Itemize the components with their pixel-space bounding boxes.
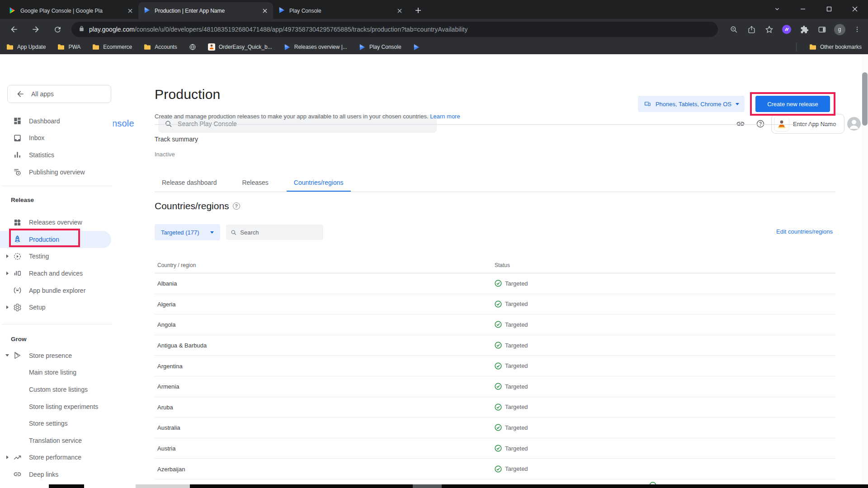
chevron-down-icon — [736, 103, 739, 105]
other-bookmarks-button[interactable]: Other bookmarks — [809, 40, 862, 54]
bookmark-globe[interactable] — [189, 43, 196, 51]
sidebar-item-store-listing-experiments[interactable]: Store listing experiments — [0, 398, 113, 415]
bookmark-ordereasy[interactable]: OrderEasy_Quick_b... — [208, 43, 272, 51]
url-domain: play.google.com — [89, 26, 135, 33]
back-button[interactable] — [6, 22, 22, 37]
tab-title: Play Console — [289, 8, 392, 14]
sidebar-item-store-performance[interactable]: Store performance — [0, 449, 113, 466]
all-apps-button[interactable]: All apps — [7, 85, 111, 103]
rocket-icon — [13, 235, 22, 244]
sidebar-item-releases-overview[interactable]: Releases overview — [0, 214, 113, 231]
status-label: Targeted — [505, 300, 528, 307]
lock-icon[interactable] — [79, 25, 85, 34]
bookmark-ecommerce[interactable]: Ecommerce — [92, 44, 132, 50]
tab-close-icon[interactable] — [261, 7, 269, 14]
sidebar-item-inbox[interactable]: Inbox — [0, 130, 113, 147]
expand-chevron-icon[interactable] — [6, 455, 9, 459]
forward-button[interactable] — [28, 22, 43, 37]
bookmark-label: OrderEasy_Quick_b... — [219, 44, 272, 50]
gear-icon — [13, 303, 22, 312]
browser-menu-kebab-icon[interactable] — [849, 21, 865, 38]
tab-countries-regions[interactable]: Countries/regions — [287, 174, 351, 192]
bookmark-pwa[interactable]: PWA — [57, 44, 80, 50]
bookmark-play-console-2[interactable] — [413, 44, 420, 51]
maximize-button[interactable] — [816, 0, 842, 18]
profile-avatar[interactable]: g — [831, 21, 848, 38]
sidebar-item-store-settings[interactable]: Store settings — [0, 415, 113, 432]
publishing-overview-icon — [13, 168, 22, 177]
expand-chevron-icon[interactable] — [6, 272, 9, 275]
targeted-check-icon — [495, 342, 502, 349]
zoom-out-icon[interactable] — [726, 21, 742, 38]
bookmark-play-console[interactable]: Play Console — [359, 44, 401, 51]
bookmark-releases-overview[interactable]: Releases overview |... — [284, 44, 347, 51]
sidebar-item-translation-service[interactable]: Translation service — [0, 432, 113, 449]
table-row: Aruba Targeted — [155, 397, 835, 418]
all-apps-label: All apps — [31, 90, 54, 98]
sidebar-section-release: Release — [0, 194, 113, 205]
targeted-check-icon — [495, 404, 502, 411]
browser-tab-1[interactable]: Google Play Console | Google Pla — [4, 3, 138, 19]
sidebar-item-dashboard[interactable]: Dashboard — [0, 113, 113, 130]
url-text: play.google.com/console/u/0/developers/4… — [89, 26, 467, 33]
bookmark-star-icon[interactable] — [761, 21, 777, 38]
bookmark-app-update[interactable]: App Update — [6, 44, 46, 50]
sidebar-item-app-bundle-explorer[interactable]: App bundle explorer — [0, 282, 113, 299]
scrollbar-thumb[interactable] — [862, 72, 868, 126]
new-tab-button[interactable] — [411, 4, 425, 17]
tab-search-chevron-icon[interactable] — [764, 0, 790, 18]
browser-tab-2-active[interactable]: Production | Enter App Name — [138, 2, 273, 19]
folder-icon — [144, 44, 151, 50]
country-search-box[interactable] — [226, 225, 323, 240]
expand-chevron-icon[interactable] — [6, 254, 9, 258]
targeted-check-icon — [495, 445, 502, 452]
close-window-button[interactable] — [842, 0, 868, 18]
extensions-puzzle-icon[interactable] — [796, 21, 812, 38]
collapse-chevron-icon[interactable] — [5, 354, 9, 357]
page-description: Create and manage production releases to… — [155, 113, 460, 120]
minimize-button[interactable] — [790, 0, 816, 18]
sidebar-item-publishing-overview[interactable]: Publishing overview — [0, 164, 113, 181]
bookmark-label: Releases overview |... — [294, 44, 347, 50]
side-panel-icon[interactable] — [814, 21, 830, 38]
address-bar[interactable]: play.google.com/console/u/0/developers/4… — [71, 22, 718, 37]
tab-release-dashboard[interactable]: Release dashboard — [155, 174, 224, 192]
play-console-icon — [144, 7, 151, 15]
table-row: Azerbaijan Targeted — [155, 459, 835, 479]
targeted-filter-dropdown[interactable]: Targeted (177) — [155, 224, 220, 240]
create-release-highlight-box: Create new release — [750, 92, 835, 116]
account-avatar[interactable] — [847, 117, 861, 131]
sidebar-item-production[interactable]: Production — [0, 231, 111, 248]
country-column-header: Country / region — [157, 262, 196, 268]
main-content: Production Create and manage production … — [155, 86, 835, 488]
browser-tab-3[interactable]: Play Console — [273, 3, 408, 19]
create-new-release-button[interactable]: Create new release — [755, 96, 830, 112]
form-factor-dropdown[interactable]: Phones, Tablets, Chrome OS — [638, 96, 745, 112]
refresh-button[interactable] — [50, 22, 65, 37]
country-search-input[interactable] — [240, 229, 319, 236]
table-row: Argentina Targeted — [155, 356, 835, 376]
expand-chevron-icon[interactable] — [6, 305, 9, 309]
sidebar-item-store-presence[interactable]: Store presence — [0, 347, 113, 364]
tab-releases[interactable]: Releases — [235, 174, 275, 192]
tab-close-icon[interactable] — [396, 7, 403, 15]
app-bundle-explorer-icon — [13, 286, 22, 295]
learn-more-link[interactable]: Learn more — [430, 113, 460, 120]
edit-countries-link[interactable]: Edit countries/regions — [776, 228, 833, 235]
tab-close-icon[interactable] — [126, 7, 134, 15]
bookmark-label: PWA — [68, 44, 80, 50]
bookmark-accounts[interactable]: Accounts — [144, 44, 177, 50]
sidebar-item-custom-store-listings[interactable]: Custom store listings — [0, 381, 113, 398]
store-presence-icon — [13, 351, 22, 360]
sidebar-item-main-store-listing[interactable]: Main store listing — [0, 364, 113, 381]
sidebar-item-statistics[interactable]: Statistics — [0, 146, 113, 164]
share-icon[interactable] — [743, 21, 760, 38]
extension-purple-icon[interactable] — [778, 21, 795, 38]
sidebar-item-testing[interactable]: Testing — [0, 248, 113, 265]
sidebar-item-reach-and-devices[interactable]: Reach and devices — [0, 265, 113, 282]
sidebar-item-deep-links[interactable]: Deep links — [0, 466, 113, 483]
status-label: Targeted — [505, 362, 528, 369]
track-summary-value: Inactive — [155, 151, 175, 158]
sidebar-item-setup[interactable]: Setup — [0, 299, 113, 316]
countries-help-icon[interactable]: ? — [233, 202, 240, 210]
